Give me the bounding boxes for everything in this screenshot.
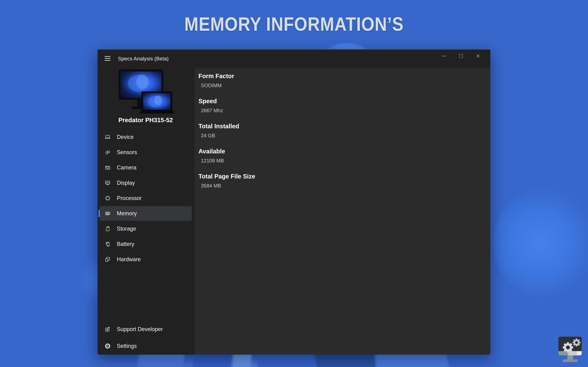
sidebar-nav: Device Sensors Camera: [97, 129, 194, 267]
minimize-button[interactable]: [435, 51, 452, 61]
spec-available: Available 12108 MB: [199, 147, 225, 164]
spec-total-page-file-size: Total Page File Size 3584 MB: [199, 172, 255, 189]
sidebar-item-label: Settings: [117, 343, 137, 349]
spec-total-installed: Total Installed 24 GB: [199, 122, 239, 139]
sidebar-item-label: Hardware: [117, 256, 141, 263]
memory-details-panel: Form Factor SODIMM Speed 2667 Mhz Total …: [194, 68, 490, 355]
monitor-keyboard-icon: [104, 180, 111, 186]
sidebar-item-sensors[interactable]: Sensors: [97, 145, 194, 160]
spec-value: 2667 Mhz: [201, 107, 223, 114]
spec-label: Total Installed: [199, 122, 239, 130]
sidebar-item-support-developer[interactable]: Support Developer: [97, 322, 194, 337]
sd-card-icon: [104, 225, 111, 232]
big-gear: [563, 342, 573, 353]
sidebar-item-battery[interactable]: Battery: [97, 236, 194, 252]
specs-analysis-window: Specs Analysis (Beta) ✕: [97, 49, 490, 355]
wallpaper-bloom-right: [493, 188, 588, 298]
device-name: Predator PH315-52: [97, 117, 194, 124]
spec-label: Speed: [199, 97, 223, 105]
spec-value: SODIMM: [201, 82, 234, 89]
laptop-icon: [104, 134, 111, 140]
spec-label: Form Factor: [199, 72, 234, 80]
close-button[interactable]: ✕: [469, 51, 487, 61]
device-hero-image: [119, 69, 174, 115]
sidebar-item-label: Battery: [117, 241, 134, 247]
sidebar: Predator PH315-52 Device Sensors: [97, 49, 194, 355]
spec-label: Total Page File Size: [199, 172, 255, 181]
small-gear: [572, 339, 580, 347]
spec-speed: Speed 2667 Mhz: [199, 97, 223, 114]
sidebar-item-label: Memory: [117, 210, 137, 217]
spec-label: Available: [199, 147, 225, 156]
gear-icon: [104, 343, 111, 350]
spec-value: 24 GB: [201, 132, 239, 139]
sidebar-item-label: Display: [117, 180, 135, 186]
sidebar-item-label: Sensors: [117, 149, 137, 156]
sidebar-item-display[interactable]: Display: [97, 175, 194, 191]
camera-icon: [104, 164, 111, 171]
close-icon: ✕: [476, 53, 480, 58]
link-circles-icon: [104, 149, 111, 156]
sidebar-item-label: Device: [117, 134, 134, 140]
laptop-graphic: [139, 92, 174, 114]
sidebar-item-device[interactable]: Device: [97, 129, 194, 145]
page-title: MEMORY INFORMATION’S: [38, 13, 550, 35]
maximize-button[interactable]: [452, 51, 469, 61]
sidebar-item-settings[interactable]: Settings: [97, 338, 194, 354]
window-controls: ✕: [435, 51, 487, 61]
sidebar-item-processor[interactable]: Processor: [97, 191, 194, 206]
sidebar-item-label: Processor: [117, 195, 142, 201]
sidebar-item-storage[interactable]: Storage: [97, 221, 194, 236]
cpu-chip-icon: [104, 195, 111, 201]
spec-value: 12108 MB: [201, 157, 225, 164]
maximize-icon: [459, 54, 463, 58]
sidebar-item-camera[interactable]: Camera: [97, 160, 194, 175]
spec-form-factor: Form Factor SODIMM: [199, 72, 234, 89]
store-icon: [104, 326, 111, 333]
sidebar-item-hardware[interactable]: Hardware: [97, 252, 194, 267]
sidebar-item-memory[interactable]: Memory: [100, 206, 192, 221]
sidebar-item-label: Camera: [117, 164, 137, 171]
sidebar-item-label: Support Developer: [117, 326, 163, 333]
ram-chip-icon: [104, 210, 111, 217]
sidebar-item-label: Storage: [117, 225, 136, 232]
spec-value: 3584 MB: [201, 183, 255, 189]
devices-icon: [104, 256, 111, 263]
system-gears-monitor-icon[interactable]: [558, 336, 584, 364]
battery-plug-icon: [104, 241, 111, 247]
minimize-icon: [441, 56, 446, 56]
wallpaper-ribbons: [129, 353, 484, 367]
